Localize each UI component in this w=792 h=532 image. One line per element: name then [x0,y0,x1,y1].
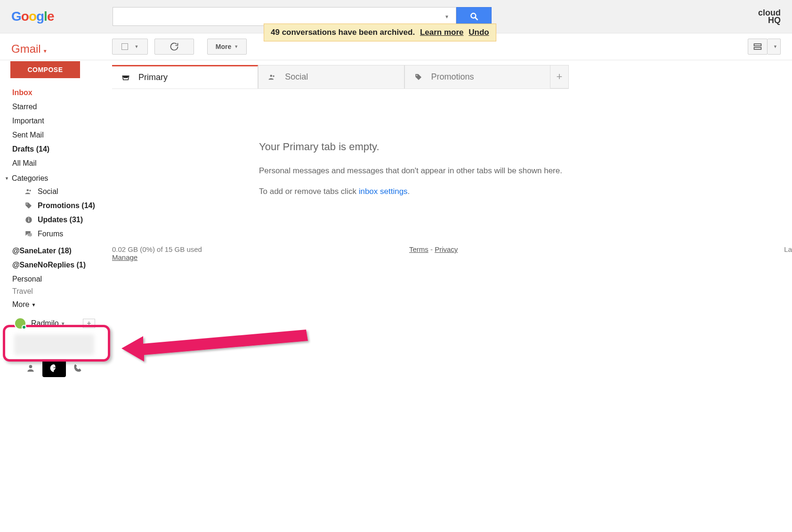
svg-point-0 [471,13,476,18]
terms-link[interactable]: Terms [409,245,428,253]
chevron-down-icon: ▼ [43,48,48,54]
sidebar-item-allmail[interactable]: All Mail [0,156,104,170]
tab-primary[interactable]: Primary [112,65,258,89]
more-label: More [216,43,231,50]
sidebar-item-social[interactable]: Social [12,185,104,199]
sidebar-item-sent[interactable]: Sent Mail [0,128,104,142]
info-icon [24,216,33,224]
search-box[interactable]: ▼ [113,7,456,26]
chevron-down-icon: ▼ [135,44,139,49]
search-input[interactable] [117,12,442,21]
sidebar-categories-group[interactable]: ▼ Categories [0,170,104,185]
hangouts-self-row[interactable]: Radmilo ▼ + [0,313,104,332]
add-tab-button[interactable]: + [550,65,569,89]
people-icon [24,187,33,196]
svg-rect-3 [754,48,761,49]
sidebar-item-drafts[interactable]: Drafts (14) [0,142,104,156]
person-icon [26,363,35,373]
sidebar-item-important[interactable]: Important [0,114,104,128]
hangouts-icon [49,363,59,373]
privacy-link[interactable]: Privacy [435,245,458,253]
checkbox-icon [121,43,128,50]
svg-line-1 [475,18,477,20]
inbox-settings-link[interactable]: inbox settings [359,187,408,196]
sidebar-item-sanenoreplies[interactable]: @SaneNoReplies (1) [0,258,104,272]
hangouts-chats-tab[interactable] [42,359,66,377]
svg-rect-8 [28,219,29,222]
refresh-icon [170,42,179,51]
refresh-button[interactable] [154,39,194,55]
chevron-down-icon: ▼ [773,44,777,49]
cloudhq-logo: cloud HQ [758,9,781,24]
svg-point-9 [28,218,29,218]
chevron-down-icon: ▼ [61,321,65,326]
chevron-down-icon: ▼ [31,302,36,307]
sidebar-item-travel[interactable]: Travel [0,286,104,297]
chevron-down-icon: ▼ [234,44,238,49]
empty-body-1: Personal messages and messages that don'… [259,166,792,176]
tab-social[interactable]: Social [258,65,404,89]
select-all-button[interactable]: ▼ [112,39,148,55]
hangouts-contact-blurred [14,334,94,355]
svg-point-11 [270,74,273,77]
search-button[interactable] [456,7,492,26]
display-density-caret[interactable]: ▼ [768,39,781,55]
sidebar-item-starred[interactable]: Starred [0,100,104,114]
avatar [14,317,26,330]
manage-storage-link[interactable]: Manage [112,253,137,261]
svg-point-10 [29,365,32,368]
display-density-button[interactable] [748,39,768,55]
sidebar-item-updates[interactable]: Updates (31) [12,213,104,227]
sidebar: Gmail▼ COMPOSE Inbox Starred Important S… [0,60,104,377]
search-icon [469,12,479,21]
svg-point-13 [416,75,417,76]
forums-icon [24,230,33,238]
more-actions-button[interactable]: More ▼ [207,39,247,55]
phone-icon [73,363,82,373]
sidebar-item-inbox[interactable]: Inbox [0,86,104,100]
undo-link[interactable]: Undo [469,28,489,37]
notification-message: 49 conversations have been archived. [271,28,415,37]
split-view-icon [753,42,762,51]
svg-point-5 [29,190,31,191]
hangouts-calls-tab[interactable] [66,359,89,377]
sidebar-item-personal[interactable]: Personal [0,272,104,286]
tag-icon [24,202,33,210]
people-icon [268,73,276,81]
last-activity: La [784,245,792,261]
tag-icon [414,73,423,81]
sidebar-item-sanelater[interactable]: @SaneLater (18) [0,244,104,258]
archive-notification: 49 conversations have been archived. Lea… [264,24,496,41]
hangouts-tabs [0,359,104,377]
search-options-caret[interactable]: ▼ [442,14,452,19]
svg-point-6 [26,203,27,204]
svg-point-4 [27,189,29,192]
learn-more-link[interactable]: Learn more [420,28,464,37]
gmail-dropdown[interactable]: Gmail▼ [0,42,104,56]
empty-state: Your Primary tab is empty. Personal mess… [112,89,792,196]
footer: 0.02 GB (0%) of 15 GB used Manage Terms … [112,208,792,261]
storage-text: 0.02 GB (0%) of 15 GB used [112,245,202,253]
category-tabs: Primary Social Promotions + [112,65,569,89]
empty-body-2: To add or remove tabs click inbox settin… [259,187,792,196]
hangouts-contacts-tab[interactable] [19,359,42,377]
inbox-icon [121,73,130,82]
svg-rect-2 [754,44,761,46]
main-content: Primary Social Promotions + Your Primary… [104,60,792,377]
tab-promotions[interactable]: Promotions [404,65,550,89]
google-logo[interactable]: Google [11,9,68,24]
sidebar-item-promotions[interactable]: Promotions (14) [12,199,104,213]
sidebar-more-toggle[interactable]: More ▼ [0,297,104,313]
sidebar-item-forums[interactable]: Forums [12,227,104,241]
triangle-down-icon: ▼ [5,176,9,181]
compose-button[interactable]: COMPOSE [10,61,80,78]
new-conversation-button[interactable]: + [83,319,95,328]
presence-dot-icon [22,325,26,330]
empty-title: Your Primary tab is empty. [259,141,792,153]
svg-point-12 [273,75,275,77]
